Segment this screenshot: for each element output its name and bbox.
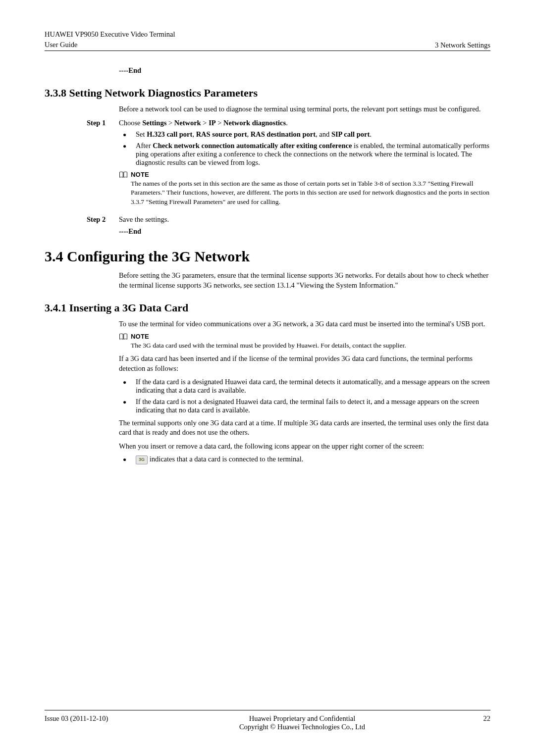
footer-issue: Issue 03 (2011-12-10) [45,714,134,723]
icon-text: indicates that a data card is connected … [148,455,303,463]
header-doc: User Guide [45,40,175,50]
header-product: HUAWEI VP9050 Executive Video Terminal [45,30,175,40]
footer-line2: Copyright © Huawei Technologies Co., Ltd [134,723,471,731]
page-header: HUAWEI VP9050 Executive Video Terminal U… [45,30,490,51]
p3-341: The terminal supports only one 3G data c… [119,418,490,438]
b1e: , [247,130,250,138]
step1-diag: Network diagnostics [223,119,286,127]
header-left: HUAWEI VP9050 Executive Video Terminal U… [45,30,175,50]
heading-3-4: 3.4 Configuring the 3G Network [45,248,490,265]
step-2-row: Step 2 Save the settings. [87,215,490,224]
b1g: , and [316,130,331,138]
step1-prefix: Choose [119,119,142,127]
header-chapter: 3 Network Settings [435,41,490,50]
book-icon [119,333,128,340]
b2a: After [136,142,153,150]
p4-341: When you insert or remove a data card, t… [119,442,490,452]
b1-ras-dst: RAS destination port [251,130,316,138]
step-1-label: Step 1 [87,119,119,127]
b1c: , [192,130,196,138]
p2-341: If a 3G data card has been inserted and … [119,354,490,373]
footer-center: Huawei Proprietary and Confidential Copy… [134,714,471,731]
heading-3-3-8: 3.3.8 Setting Network Diagnostics Parame… [45,87,490,100]
intro-34: Before setting the 3G parameters, ensure… [119,271,490,290]
step1-end: . [286,119,288,127]
intro-338: Before a network tool can be used to dia… [119,104,490,114]
b2-check: Check network connection automatically a… [153,142,352,150]
end-marker-338: ----End [119,227,490,237]
gt1: > [166,119,174,127]
step1-ip: IP [209,119,216,127]
gt3: > [216,119,223,127]
b1a: Set [136,130,147,138]
three-g-icon: 3G [136,455,148,464]
step1-network: Network [174,119,201,127]
note-label: NOTE [131,333,149,340]
step-2-body: Save the settings. [119,215,490,224]
step1-settings: Settings [142,119,166,127]
list-item: After Check network connection automatic… [119,142,490,167]
b1-ras-src: RAS source port [196,130,247,138]
heading-3-4-1: 3.4.1 Inserting a 3G Data Card [45,302,490,314]
footer-line1: Huawei Proprietary and Confidential [134,714,471,723]
bullets-341: If the data card is a designated Huawei … [119,378,490,414]
list-item: If the data card is not a designated Hua… [119,398,490,414]
note-row-341: NOTE [119,333,490,340]
step-1-row: Step 1 Choose Settings > Network > IP > … [87,119,490,210]
list-item: If the data card is a designated Huawei … [119,378,490,395]
icon-bullets: 3G indicates that a data card is connect… [119,455,490,464]
end-marker: ----End [119,66,490,76]
b1-sip: SIP call port [331,130,370,138]
b1i: . [370,130,372,138]
step-1-body: Choose Settings > Network > IP > Network… [119,119,490,210]
note-text-338: The names of the ports set in this secti… [131,179,490,206]
note-text-341: The 3G data card used with the terminal … [131,341,490,350]
p1-341: To use the terminal for video communicat… [119,319,490,329]
step1-bullets: Set H.323 call port, RAS source port, RA… [119,130,490,167]
footer-page: 22 [471,714,490,723]
list-item: 3G indicates that a data card is connect… [119,455,490,464]
page-footer: Issue 03 (2011-12-10) Huawei Proprietary… [45,710,490,731]
note-row-338: NOTE [119,171,490,178]
note-label: NOTE [131,171,149,178]
book-icon [119,171,128,178]
list-item: Set H.323 call port, RAS source port, RA… [119,130,490,139]
step-2-label: Step 2 [87,215,119,224]
b1-h323: H.323 call port [147,130,192,138]
gt2: > [201,119,209,127]
